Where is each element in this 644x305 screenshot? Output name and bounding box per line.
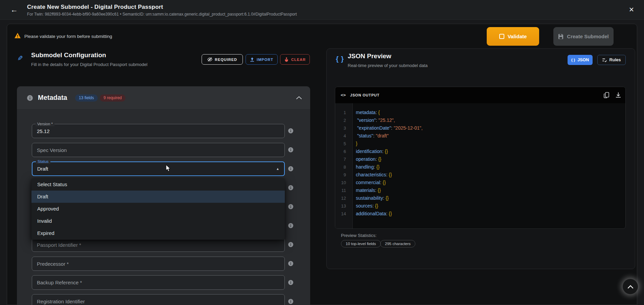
- info-icon[interactable]: [288, 147, 293, 152]
- dialog-header: ← Create New Submodel - Digital Product …: [0, 0, 644, 20]
- backup-reference-field[interactable]: Backup Reference *: [32, 275, 285, 290]
- code-line: 4 "status": "draft": [335, 132, 625, 140]
- code-line: 8handling: {}: [335, 163, 625, 171]
- collapse-chevron-icon[interactable]: [296, 95, 302, 101]
- info-icon[interactable]: [288, 299, 293, 304]
- validate-button[interactable]: Validate: [487, 27, 539, 46]
- code-line: 7operation: {}: [335, 155, 625, 163]
- metadata-section-title: Metadata: [38, 94, 67, 102]
- code-line: 9characteristics: {}: [335, 171, 625, 179]
- status-value: Draft: [37, 162, 48, 175]
- save-icon: [558, 34, 564, 39]
- code-line: 11materials: {}: [335, 187, 625, 194]
- scroll-to-top-button[interactable]: [623, 279, 638, 294]
- form-panel-title: Submodel Configuration: [31, 51, 106, 59]
- validation-warning-text: Please validate your form before submitt…: [24, 34, 112, 39]
- edit-pencil-icon: ✎: [16, 54, 23, 62]
- version-value: 25.12: [37, 124, 50, 138]
- info-icon[interactable]: [288, 223, 293, 228]
- json-output-card: <> JSON OUTPUT 1metadata: {2 "version": …: [335, 87, 626, 229]
- code-line: 6identification: {}: [335, 148, 625, 155]
- json-tab-braces-icon: { }: [571, 58, 575, 62]
- top-level-fields-badge: 10 top-level fields: [341, 240, 381, 247]
- eye-off-icon: [207, 57, 212, 62]
- clear-button[interactable]: CLEAR: [280, 54, 310, 65]
- registration-identifier-label: Registration Identifier: [37, 295, 85, 305]
- info-icon[interactable]: [288, 204, 293, 209]
- info-icon[interactable]: [288, 185, 293, 190]
- info-icon[interactable]: [288, 242, 293, 247]
- status-option-invalid[interactable]: Invalid: [31, 215, 285, 227]
- status-option-draft[interactable]: Draft: [31, 191, 285, 203]
- json-panel-title: JSON Preview: [348, 52, 391, 60]
- status-option-select-status[interactable]: Select Status: [31, 178, 285, 191]
- validate-square-icon: [499, 34, 504, 39]
- page-subtitle: For Twin: 982ff893-6034-4ebb-bf90-9a60ee…: [27, 12, 297, 17]
- code-lines: 1metadata: {2 "version": "25.12",3 "expi…: [335, 109, 625, 218]
- predecessor-label: Predecessor *: [37, 257, 69, 270]
- status-dropdown: Select StatusDraftApprovedInvalidExpired: [31, 178, 285, 240]
- spec-version-label: Spec Version: [37, 143, 67, 157]
- required-toggle-button[interactable]: REQUIRED: [202, 54, 243, 65]
- close-icon[interactable]: ✕: [626, 5, 637, 15]
- fields-count-badge: 13 fields: [75, 94, 98, 102]
- back-button[interactable]: ←: [9, 5, 19, 15]
- braces-icon: { }: [336, 55, 344, 63]
- status-option-expired[interactable]: Expired: [31, 227, 285, 239]
- status-select[interactable]: Status Draft ▲: [32, 161, 285, 176]
- form-panel-subtitle: Fill in the details for your Digital Pro…: [31, 62, 147, 67]
- code-line: 1metadata: {: [335, 109, 625, 116]
- select-caret-icon: ▲: [276, 162, 279, 175]
- create-submodel-button[interactable]: Create Submodel: [553, 27, 614, 46]
- download-icon[interactable]: [615, 91, 622, 99]
- chevron-up-icon: [627, 285, 634, 289]
- code-line: 3 "expirationDate": "2025-12-01",: [335, 124, 625, 132]
- code-line: 12sustainability: {}: [335, 194, 625, 202]
- info-icon[interactable]: [288, 280, 293, 285]
- predecessor-field[interactable]: Predecessor *: [32, 257, 285, 271]
- preview-statistics-label: Preview Statistics:: [341, 233, 376, 238]
- characters-badge: 295 characters: [380, 240, 415, 247]
- code-line: 13sources: {}: [335, 202, 625, 210]
- tab-json[interactable]: { } JSON: [568, 55, 593, 65]
- json-panel-subtitle: Real-time preview of your submodel data: [348, 63, 428, 68]
- code-line: 10commercial: {}: [335, 179, 625, 187]
- required-count-badge: 9 required: [100, 94, 125, 102]
- version-field[interactable]: Version * 25.12: [32, 124, 285, 138]
- status-option-approved[interactable]: Approved: [31, 203, 285, 215]
- passport-identifier-label: Passport Identifier *: [37, 238, 81, 252]
- code-tag-icon: <>: [341, 92, 346, 97]
- info-icon[interactable]: [288, 261, 293, 266]
- copy-icon[interactable]: [603, 91, 611, 99]
- upload-icon: [250, 57, 254, 62]
- tab-rules[interactable]: Rules: [597, 55, 626, 65]
- code-line: 2 "version": "25.12",: [335, 116, 625, 124]
- code-line: 5}: [335, 140, 625, 148]
- info-icon[interactable]: [288, 166, 293, 171]
- warning-icon: [14, 32, 21, 39]
- brush-icon: [284, 57, 289, 62]
- passport-identifier-field[interactable]: Passport Identifier *: [32, 238, 285, 252]
- mouse-cursor: [166, 165, 171, 172]
- info-icon[interactable]: [288, 128, 293, 133]
- registration-identifier-field[interactable]: Registration Identifier: [32, 294, 285, 305]
- page-title: Create New Submodel - Digital Product Pa…: [27, 4, 163, 10]
- code-line: 14additionalData: {}: [335, 210, 625, 218]
- json-output-label: JSON OUTPUT: [350, 93, 380, 97]
- json-output-header: <> JSON OUTPUT: [335, 87, 625, 103]
- import-button[interactable]: IMPORT: [246, 54, 278, 65]
- spec-version-field[interactable]: Spec Version: [32, 143, 285, 157]
- create-submodel-dialog: ← Create New Submodel - Digital Product …: [0, 0, 644, 305]
- rules-checklist-icon: [602, 58, 607, 62]
- section-info-icon: [27, 95, 33, 101]
- backup-reference-label: Backup Reference *: [37, 276, 82, 289]
